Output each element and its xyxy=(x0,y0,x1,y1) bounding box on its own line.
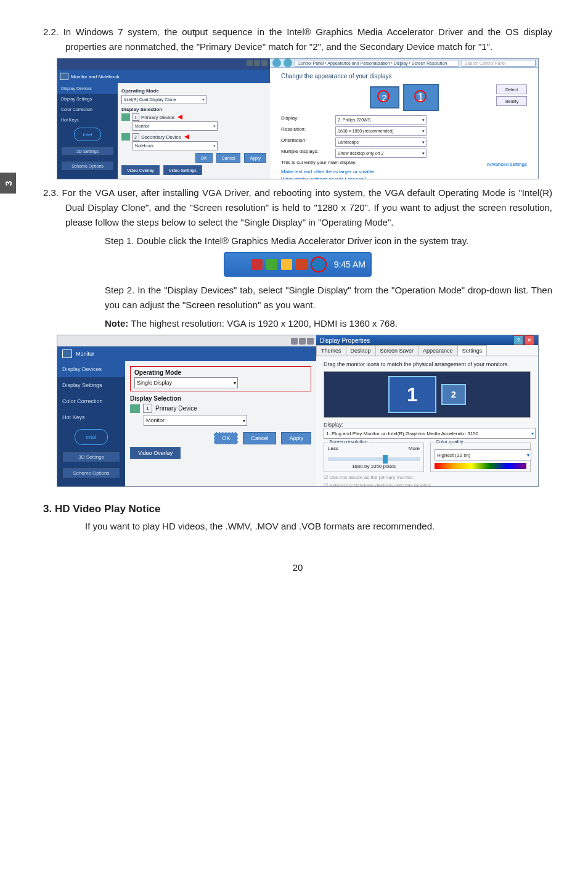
select-operating-mode[interactable]: Intel(R) Dual Display Clone xyxy=(121,95,206,104)
nav-display-devices[interactable]: Display Devices xyxy=(57,83,118,94)
monitor-2[interactable]: 2 xyxy=(441,384,466,405)
detect-button[interactable]: Detect xyxy=(496,84,527,94)
btn-3d-settings[interactable]: 3D Settings xyxy=(62,451,120,462)
para-3: If you want to play HD videos, the .WMV,… xyxy=(43,519,552,534)
step-1: Step 1. Double click the Intel® Graphics… xyxy=(43,234,552,248)
step-2: Step 2. In the "Display Devices" tab, se… xyxy=(43,283,552,313)
tab-settings[interactable]: Settings xyxy=(457,345,488,356)
identify-button[interactable]: Identify xyxy=(496,96,527,106)
select-display[interactable]: 1. Plug and Play Monitor on Intel(R) Gra… xyxy=(324,428,536,439)
para-2-3: 2.3. For the VGA user, after installing … xyxy=(43,186,552,230)
arrow-primary xyxy=(178,115,182,120)
fwd-icon[interactable] xyxy=(284,59,292,67)
ok-button[interactable]: OK xyxy=(214,432,238,444)
select-primary-device[interactable]: Monitor xyxy=(133,121,218,131)
btn-video-overlay[interactable]: Video Overlay xyxy=(121,165,160,175)
panel-header: Monitor xyxy=(76,351,94,357)
tab-desktop[interactable]: Desktop xyxy=(346,345,376,356)
tab-appearance[interactable]: Appearance xyxy=(418,345,458,356)
select-display[interactable]: 2. Philips 220WS xyxy=(335,115,427,125)
badge-secondary-2: 2 xyxy=(132,133,139,141)
window-title: Display Properties xyxy=(320,337,370,344)
cancel-button[interactable]: Cancel xyxy=(216,153,241,163)
label-primary-device: Primary Device xyxy=(155,405,197,412)
resolution-value: 1680 by 1050 pixels xyxy=(328,464,420,469)
nav-display-settings[interactable]: Display Settings xyxy=(57,377,125,393)
tab-themes[interactable]: Themes xyxy=(316,345,346,356)
arrow-secondary xyxy=(184,134,189,139)
intel-tray-icon[interactable] xyxy=(311,256,327,272)
label-operating-mode: Operating Mode xyxy=(134,369,307,376)
advanced-settings-link[interactable]: Advanced settings xyxy=(487,161,527,167)
tray-icon xyxy=(251,259,263,270)
tab-screensaver[interactable]: Screen Saver xyxy=(375,345,419,356)
select-color-quality[interactable]: Highest (32 bit) xyxy=(435,449,531,460)
label-primary-device: Primary Device xyxy=(141,115,174,120)
select-multiple[interactable]: Show desktop only on 2 xyxy=(335,149,427,158)
tray-icon xyxy=(296,259,307,270)
select-orientation[interactable]: Landscape xyxy=(335,137,427,147)
nav-color-correction[interactable]: Color Correction xyxy=(57,104,118,115)
label-operating-mode: Operating Mode xyxy=(121,88,266,94)
resolution-slider[interactable] xyxy=(328,457,420,461)
select-operating-mode[interactable]: Single Display xyxy=(134,377,238,388)
apply-button[interactable]: Apply xyxy=(281,432,311,444)
breadcrumb[interactable]: Control Panel › Appearance and Personali… xyxy=(295,60,459,67)
lbl-screen-resolution: Screen resolution xyxy=(328,439,369,444)
monitor-1[interactable]: 1 xyxy=(388,376,436,413)
callout-1 xyxy=(414,90,427,102)
lbl-multiple: Multiple displays: xyxy=(281,149,329,158)
note: Note: The highest resolution: VGA is 192… xyxy=(43,316,552,331)
link-text-size[interactable]: Make text and other items larger or smal… xyxy=(281,169,527,174)
ok-button[interactable]: OK xyxy=(195,153,213,163)
page-title: Change the appearance of your displays xyxy=(281,73,527,80)
tray-time: 9:45 AM xyxy=(334,260,365,269)
apply-button[interactable]: Apply xyxy=(244,153,266,163)
link-display-choose[interactable]: What display settings should I choose? xyxy=(281,176,527,179)
panel-header: Monitor and Notebook xyxy=(71,74,120,80)
chk-extend-desktop: ☑ Extend my Windows desktop onto this mo… xyxy=(324,483,531,487)
btn-3d-settings[interactable]: 3D Settings xyxy=(61,146,114,156)
btn-scheme-options[interactable]: Scheme Options xyxy=(62,467,120,478)
intel-logo: intel xyxy=(75,429,108,445)
cancel-button[interactable]: Cancel xyxy=(243,432,276,444)
page-number: 20 xyxy=(43,562,552,573)
heading-3: 3. HD Video Play Notice xyxy=(43,503,552,515)
main-display-msg: This is currently your main display. xyxy=(281,160,356,167)
badge-primary-1: 1 xyxy=(132,113,139,121)
chk-primary-monitor: ☑ Use this device as the primary monitor… xyxy=(324,475,531,480)
label-secondary-device: Secondary Device xyxy=(141,134,181,140)
select-primary-device[interactable]: Monitor xyxy=(144,415,247,426)
lbl-orientation: Orientation: xyxy=(281,137,329,147)
tray-screenshot: 9:45 AM xyxy=(43,252,552,277)
search-input[interactable]: Search Control Panel xyxy=(462,60,536,67)
back-icon[interactable] xyxy=(272,59,281,67)
tray-icon xyxy=(281,259,292,270)
btn-video-settings[interactable]: Video Settings xyxy=(163,165,202,175)
nav-display-settings[interactable]: Display Settings xyxy=(57,94,118,104)
nav-hot-keys[interactable]: Hot Keys xyxy=(57,115,118,125)
help-icon[interactable]: ? xyxy=(513,335,523,345)
nav-display-devices[interactable]: Display Devices xyxy=(57,361,125,377)
select-resolution[interactable]: 1680 × 1050 (recommended) xyxy=(335,126,427,136)
color-bar xyxy=(435,463,526,469)
lbl-resolution: Resolution: xyxy=(281,126,329,136)
badge-primary-1: 1 xyxy=(143,404,152,413)
close-icon[interactable]: ✕ xyxy=(525,335,534,345)
tray-icon xyxy=(266,259,277,270)
screenshot-2: Monitor Display Devices Display Settings… xyxy=(43,335,552,487)
para-2-2: 2.2. In Windows 7 system, the output seq… xyxy=(43,25,552,54)
label-display-selection: Display Selection xyxy=(130,395,311,402)
lbl-display: Display: xyxy=(324,422,531,428)
callout-2 xyxy=(377,90,390,102)
screenshot-1: Monitor and Notebook Display Devices Dis… xyxy=(43,58,552,179)
btn-scheme-options[interactable]: Scheme Options xyxy=(61,161,114,171)
btn-video-overlay[interactable]: Video Overlay xyxy=(130,447,181,459)
desc-text: Drag the monitor icons to match the phys… xyxy=(324,361,531,367)
nav-color-correction[interactable]: Color Correction xyxy=(57,393,125,409)
page-side-tab: 3 xyxy=(0,173,16,194)
select-secondary-device[interactable]: Notebook xyxy=(133,141,218,150)
lbl-color-quality: Color quality xyxy=(435,439,464,444)
intel-logo: intel xyxy=(74,128,101,141)
nav-hot-keys[interactable]: Hot Keys xyxy=(57,409,125,425)
